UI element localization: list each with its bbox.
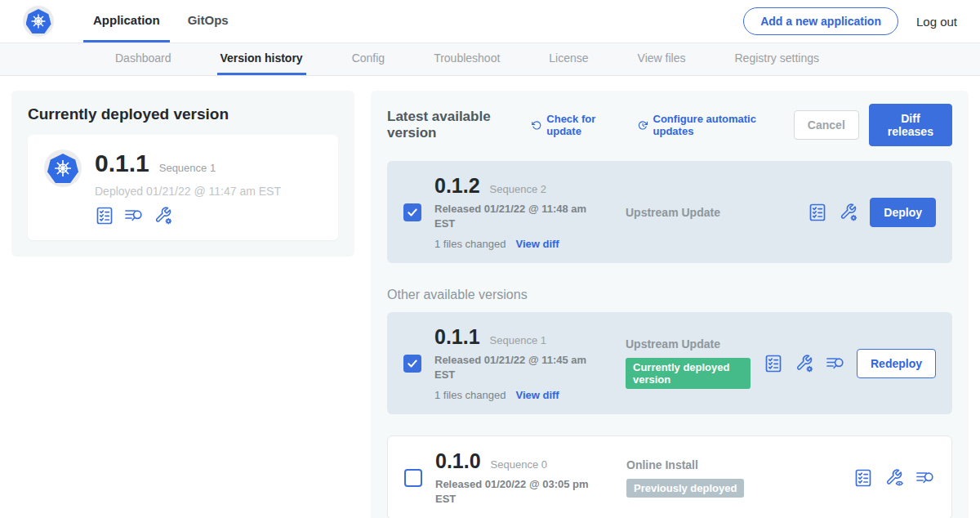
app-logo <box>23 0 54 42</box>
version-number: 0.1.0 <box>435 449 481 473</box>
deploy-button[interactable]: Deploy <box>870 198 936 227</box>
add-application-button[interactable]: Add a new application <box>743 7 898 35</box>
view-config-icon[interactable] <box>884 468 904 488</box>
tab-version-history[interactable]: Version history <box>217 43 306 75</box>
tab-troubleshoot[interactable]: Troubleshoot <box>430 43 503 75</box>
previously-deployed-badge: Previously deployed <box>626 479 744 498</box>
configure-automatic-updates-link[interactable]: Configure automatic updates <box>638 113 773 137</box>
version-history-panel: Latest available version Check for updat… <box>371 91 969 518</box>
latest-version-title: Latest available version <box>387 109 515 141</box>
version-source-label: Online Install <box>626 458 840 471</box>
currently-deployed-badge: Currently deployed version <box>626 358 751 389</box>
deploy-logs-icon[interactable] <box>826 354 845 373</box>
version-source-label: Upstream Update <box>626 337 751 351</box>
redeploy-button[interactable]: Redeploy <box>857 349 936 378</box>
tab-license[interactable]: License <box>546 43 591 75</box>
main-content: Currently deployed version 0.1.1 Sequenc… <box>0 76 980 518</box>
version-checkbox[interactable] <box>404 469 422 487</box>
files-changed-label: 1 files changed <box>434 238 506 250</box>
edit-config-icon[interactable] <box>839 203 858 222</box>
view-diff-link[interactable]: View diff <box>515 389 559 401</box>
top-tab-gitops[interactable]: GitOps <box>178 0 238 42</box>
released-timestamp: Released 01/20/22 @ 03:05 pm EST <box>435 477 590 506</box>
version-row-0-1-1: 0.1.1 Sequence 1 Released 01/21/22 @ 11:… <box>387 312 952 414</box>
clock-refresh-icon <box>638 119 648 132</box>
preflight-checks-icon[interactable] <box>95 206 114 226</box>
edit-config-icon[interactable] <box>795 354 814 373</box>
currently-deployed-panel: Currently deployed version 0.1.1 Sequenc… <box>11 91 354 257</box>
files-changed-label: 1 files changed <box>434 389 506 401</box>
refresh-icon <box>532 119 541 132</box>
preflight-checks-icon[interactable] <box>808 203 827 222</box>
tab-registry-settings[interactable]: Registry settings <box>731 43 822 75</box>
deploy-logs-icon[interactable] <box>915 468 935 488</box>
tab-config[interactable]: Config <box>349 43 388 75</box>
version-checkbox[interactable] <box>403 355 421 373</box>
top-tab-application[interactable]: Application <box>83 0 170 42</box>
deployed-sequence-label: Sequence 1 <box>159 162 216 174</box>
tab-dashboard[interactable]: Dashboard <box>112 43 175 75</box>
version-number: 0.1.2 <box>434 174 480 198</box>
app-sub-nav: Dashboard Version history Config Trouble… <box>0 43 980 76</box>
sequence-label: Sequence 2 <box>490 183 546 195</box>
released-timestamp: Released 01/21/22 @ 11:48 am EST <box>434 202 590 230</box>
version-row-0-1-0: 0.1.0 Sequence 0 Released 01/20/22 @ 03:… <box>387 435 952 518</box>
version-checkbox[interactable] <box>403 203 421 221</box>
checkmark-icon <box>407 358 418 369</box>
preflight-checks-icon[interactable] <box>853 468 873 488</box>
diff-releases-button[interactable]: Diff releases <box>869 104 952 146</box>
cancel-button[interactable]: Cancel <box>794 110 859 140</box>
version-row-0-1-2: 0.1.2 Sequence 2 Released 01/21/22 @ 11:… <box>387 161 952 263</box>
version-number: 0.1.1 <box>434 325 480 349</box>
other-versions-title: Other available versions <box>387 288 952 302</box>
deploy-logs-icon[interactable] <box>124 206 144 226</box>
kubernetes-logo-icon <box>26 9 51 33</box>
edit-config-icon[interactable] <box>154 206 173 226</box>
logout-button[interactable]: Log out <box>916 15 957 29</box>
check-for-update-link[interactable]: Check for update <box>532 113 617 137</box>
checkmark-icon <box>407 207 418 218</box>
deployed-version-card: 0.1.1 Sequence 1 Deployed 01/21/22 @ 11:… <box>28 135 338 240</box>
sequence-label: Sequence 1 <box>490 334 546 346</box>
released-timestamp: Released 01/21/22 @ 11:45 am EST <box>434 353 590 382</box>
deployed-panel-title: Currently deployed version <box>28 105 338 123</box>
view-diff-link[interactable]: View diff <box>515 238 559 250</box>
deployed-timestamp: Deployed 01/21/22 @ 11:47 am EST <box>95 185 281 198</box>
kubernetes-app-icon <box>47 154 78 183</box>
top-nav: Application GitOps Add a new application… <box>0 0 980 43</box>
tab-view-files[interactable]: View files <box>635 43 689 75</box>
preflight-checks-icon[interactable] <box>764 354 783 373</box>
deployed-version-number: 0.1.1 <box>95 150 149 177</box>
version-source-label: Upstream Update <box>626 206 795 219</box>
sequence-label: Sequence 0 <box>491 458 547 471</box>
